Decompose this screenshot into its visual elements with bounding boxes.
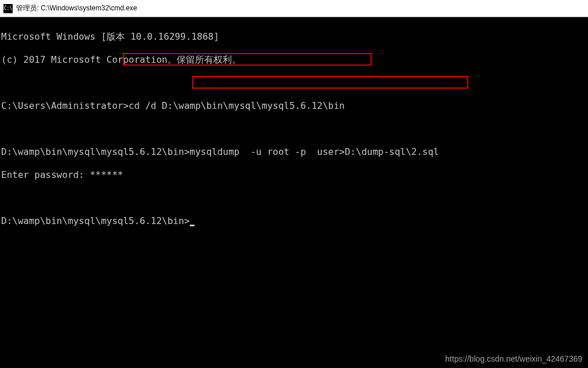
blank-line: [1, 192, 587, 204]
watermark: https://blog.csdn.net/weixin_42467369: [445, 354, 582, 363]
password-label: Enter password:: [1, 169, 90, 180]
command-2: mysqldump -u root -p user>D:\dump-sql\2.…: [190, 146, 439, 157]
prompt-3: D:\wamp\bin\mysql\mysql5.6.12\bin>: [1, 215, 190, 226]
password-mask: ******: [90, 169, 123, 180]
blank-line: [1, 77, 587, 89]
cursor: [190, 225, 194, 226]
version-line: Microsoft Windows [版本 10.0.16299.1868]: [1, 31, 587, 43]
cmd-icon: C:\: [3, 4, 13, 13]
current-prompt-line[interactable]: D:\wamp\bin\mysql\mysql5.6.12\bin>: [1, 215, 587, 227]
window-titlebar[interactable]: C:\ 管理员: C:\Windows\system32\cmd.exe: [0, 0, 588, 17]
copyright-line: (c) 2017 Microsoft Corporation。保留所有权利。: [1, 54, 587, 66]
terminal-area[interactable]: Microsoft Windows [版本 10.0.16299.1868] (…: [0, 17, 588, 368]
prompt-2: D:\wamp\bin\mysql\mysql5.6.12\bin>: [1, 146, 190, 157]
command-1: cd /d D:\wamp\bin\mysql\mysql5.6.12\bin: [129, 100, 345, 111]
window-title: 管理员: C:\Windows\system32\cmd.exe: [16, 3, 137, 13]
command-line-2: D:\wamp\bin\mysql\mysql5.6.12\bin>mysqld…: [1, 146, 587, 158]
command-line-1: C:\Users\Administrator>cd /d D:\wamp\bin…: [1, 100, 587, 112]
blank-line: [1, 123, 587, 135]
password-line: Enter password: ******: [1, 169, 587, 181]
prompt-1: C:\Users\Administrator>: [1, 100, 129, 111]
